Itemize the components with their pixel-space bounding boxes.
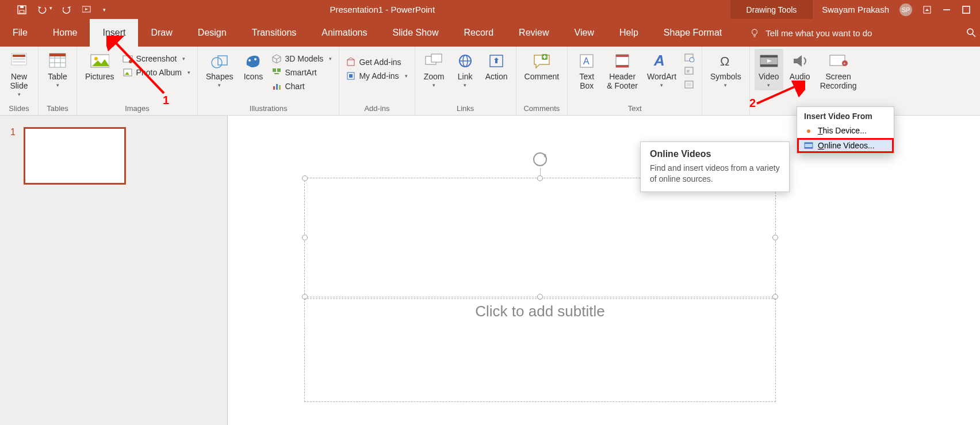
handle-e[interactable] — [772, 235, 778, 240]
ribbon-display-icon[interactable] — [922, 5, 932, 14]
window-title: Presentation1 - PowerPoint — [115, 5, 650, 14]
cube-icon — [272, 54, 281, 63]
wordart-button[interactable]: A WordArt▾ — [644, 49, 680, 90]
subtitle-placeholder[interactable]: Click to add subtitle — [304, 298, 776, 402]
search-icon[interactable] — [963, 19, 980, 47]
tab-shape-format[interactable]: Shape Format — [651, 19, 734, 47]
table-button[interactable]: Table ▾ — [43, 49, 72, 90]
video-menu-header: Insert Video From — [797, 107, 894, 123]
slide-canvas-area[interactable]: Click to add subtitle — [150, 116, 980, 425]
pictures-button[interactable]: Pictures — [82, 49, 118, 83]
rotate-handle-icon[interactable] — [530, 150, 550, 169]
addins-icon — [346, 71, 355, 81]
annotation-number-2: 2 — [749, 97, 756, 110]
subtitle-placeholder-text[interactable]: Click to add subtitle — [305, 303, 775, 320]
screenshot-icon — [122, 54, 133, 63]
svg-point-55 — [690, 58, 694, 62]
tab-transitions[interactable]: Transitions — [239, 19, 309, 47]
audio-icon — [790, 51, 810, 71]
tab-help[interactable]: Help — [607, 19, 651, 47]
tell-me-search[interactable]: Tell me what you want to do — [734, 19, 872, 47]
contextual-tab-label[interactable]: Drawing Tools — [730, 0, 813, 19]
thumbnail-preview[interactable] — [24, 127, 126, 185]
photo-album-icon — [122, 68, 133, 77]
group-label-links: Links — [415, 103, 516, 115]
tab-insert[interactable]: Insert — [90, 19, 138, 47]
object-button[interactable] — [682, 79, 697, 91]
tab-home[interactable]: Home — [40, 19, 90, 47]
slide-thumbnail-1[interactable]: 1 — [10, 127, 139, 185]
3d-models-button[interactable]: 3D Models▾ — [270, 52, 334, 65]
table-icon — [48, 51, 67, 71]
link-icon — [455, 51, 475, 71]
my-addins-button[interactable]: My Add-ins▾ — [344, 70, 409, 82]
tab-file[interactable]: File — [0, 19, 40, 47]
minimize-icon[interactable] — [942, 5, 951, 14]
slide[interactable]: Click to add subtitle — [227, 116, 980, 425]
svg-rect-33 — [273, 86, 275, 90]
header-footer-button[interactable]: Header & Footer — [603, 49, 641, 93]
slide-thumbnail-pane[interactable]: 1 — [0, 116, 150, 425]
tab-view[interactable]: View — [562, 19, 607, 47]
title-placeholder[interactable] — [304, 178, 776, 297]
screen-recording-button[interactable]: + Screen Recording — [817, 49, 860, 93]
user-avatar[interactable]: SP — [899, 3, 912, 16]
group-label-symbols — [702, 103, 749, 115]
svg-rect-52 — [616, 65, 629, 67]
handle-w[interactable] — [302, 235, 308, 240]
chart-button[interactable]: Chart — [270, 80, 334, 93]
handle-n[interactable] — [537, 175, 543, 181]
new-slide-icon — [9, 51, 29, 71]
tab-review[interactable]: Review — [506, 19, 561, 47]
undo-icon[interactable]: ▾ — [37, 5, 52, 14]
svg-point-29 — [248, 59, 251, 62]
tab-record[interactable]: Record — [451, 19, 507, 47]
new-slide-button[interactable]: New Slide ▾ — [5, 49, 33, 99]
maximize-icon[interactable] — [962, 5, 971, 14]
object-icon — [684, 81, 695, 90]
video-menu-online-videos[interactable]: Online Videos... — [797, 138, 894, 153]
ribbon: New Slide ▾ Slides Table ▾ Tables Pictur… — [0, 47, 980, 116]
text-box-icon: A — [577, 51, 596, 71]
svg-rect-31 — [273, 68, 276, 72]
group-label-addins: Add-ins — [339, 103, 414, 115]
svg-rect-6 — [963, 6, 970, 13]
shapes-button[interactable]: Shapes▾ — [202, 49, 236, 90]
video-menu-this-device[interactable]: ● This Device... — [797, 123, 894, 138]
group-label-slides: Slides — [0, 103, 38, 115]
tab-slideshow[interactable]: Slide Show — [380, 19, 451, 47]
audio-button[interactable]: Audio▾ — [786, 49, 814, 90]
wordart-icon: A — [652, 51, 671, 71]
comment-button[interactable]: Comment — [521, 49, 563, 83]
date-time-button[interactable] — [682, 51, 697, 64]
screenshot-button[interactable]: Screenshot▾ — [120, 52, 193, 65]
svg-text:+: + — [843, 61, 846, 66]
tab-design[interactable]: Design — [185, 19, 239, 47]
icons-button[interactable]: Icons — [239, 49, 267, 83]
qat-customize-icon[interactable]: ▾ — [103, 7, 106, 13]
start-from-beginning-icon[interactable] — [82, 5, 93, 14]
svg-rect-32 — [277, 68, 281, 72]
svg-point-25 — [129, 60, 132, 63]
symbols-button[interactable]: Ω Symbols▾ — [707, 49, 745, 90]
tab-draw[interactable]: Draw — [138, 19, 185, 47]
action-button[interactable]: Action — [482, 49, 511, 83]
svg-rect-62 — [760, 55, 778, 58]
video-button[interactable]: Video▾ — [755, 49, 783, 90]
photo-album-button[interactable]: Photo Album▾ — [120, 66, 193, 79]
tab-animations[interactable]: Animations — [309, 19, 380, 47]
text-box-button[interactable]: A Text Box — [572, 49, 601, 93]
svg-rect-38 — [349, 74, 353, 78]
slide-number-button[interactable]: # — [682, 65, 697, 78]
redo-icon[interactable] — [63, 5, 72, 14]
smartart-button[interactable]: SmartArt — [270, 66, 334, 79]
icons-icon — [243, 51, 263, 71]
save-icon[interactable] — [17, 5, 26, 14]
zoom-button[interactable]: Zoom▾ — [420, 49, 449, 90]
user-name[interactable]: Swayam Prakash — [822, 5, 889, 14]
handle-nw[interactable] — [302, 175, 308, 181]
link-button[interactable]: Link▾ — [451, 49, 480, 90]
ribbon-tabs: File Home Insert Draw Design Transitions… — [0, 19, 980, 47]
annotation-number-1: 1 — [163, 94, 169, 107]
get-addins-button[interactable]: Get Add-ins — [344, 56, 409, 68]
